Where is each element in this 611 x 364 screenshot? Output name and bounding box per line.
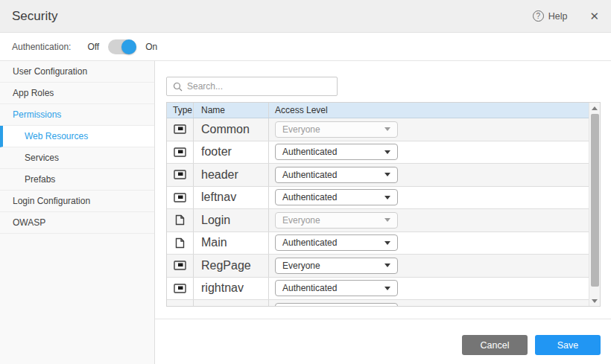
web-resources-table: Type Name Access Level Common Everyone xyxy=(166,102,601,307)
sidebar-item-label: Prefabs xyxy=(25,174,55,185)
chevron-down-icon xyxy=(384,218,390,222)
table-row: rightnav Authenticated xyxy=(167,278,589,301)
authentication-bar: Authentication: Off On xyxy=(0,33,611,61)
page-title: Security xyxy=(12,9,57,24)
chevron-down-icon xyxy=(384,127,390,131)
main-panel: Type Name Access Level Common Everyone xyxy=(155,61,611,364)
scroll-down-icon[interactable] xyxy=(589,296,600,306)
access-level-select: Everyone xyxy=(275,121,398,138)
sidebar-item-permissions[interactable]: Permissions xyxy=(0,104,154,126)
table-header-row: Type Name Access Level xyxy=(167,103,589,118)
help-label: Help xyxy=(548,11,568,22)
partial-icon xyxy=(167,164,194,186)
sidebar-item-label: Services xyxy=(25,153,59,163)
toggle-off-label: Off xyxy=(87,42,99,52)
resource-name: RegPage xyxy=(194,255,269,277)
resource-name: leftnav xyxy=(194,187,269,209)
sidebar-item-login-configuration[interactable]: Login Configuration xyxy=(0,191,154,212)
page-icon xyxy=(167,209,194,232)
table-row: Main Authenticated xyxy=(167,232,589,255)
chevron-down-icon xyxy=(384,196,390,199)
resource-name: rightnav xyxy=(194,278,269,300)
table-row-clipped xyxy=(167,300,589,307)
help-button[interactable]: ? Help xyxy=(533,10,568,22)
access-level-select[interactable]: Authenticated xyxy=(275,167,398,183)
table-row: RegPage Everyone xyxy=(167,255,589,278)
sidebar-item-user-configuration[interactable]: User Configuration xyxy=(0,61,154,83)
access-level-select[interactable]: Authenticated xyxy=(275,189,398,205)
sidebar: User Configuration App Roles Permissions… xyxy=(0,61,155,364)
sidebar-item-label: Login Configuration xyxy=(13,196,90,206)
authentication-toggle[interactable] xyxy=(108,39,136,54)
toggle-on-label: On xyxy=(145,42,157,52)
close-icon[interactable]: ✕ xyxy=(589,10,599,22)
resource-name: Login xyxy=(194,209,269,232)
sidebar-item-prefabs[interactable]: Prefabs xyxy=(0,169,154,191)
column-header-name: Name xyxy=(194,103,269,118)
access-level-select[interactable]: Everyone xyxy=(275,258,398,274)
sidebar-item-app-roles[interactable]: App Roles xyxy=(0,83,154,104)
cancel-button[interactable]: Cancel xyxy=(462,335,528,355)
page-icon xyxy=(167,232,194,255)
resource-name: Common xyxy=(194,118,269,141)
authentication-label: Authentication: xyxy=(12,42,71,52)
table-row: Login Everyone xyxy=(167,209,589,232)
sidebar-item-web-resources[interactable]: Web Resources xyxy=(0,126,154,147)
access-level-select[interactable]: Authenticated xyxy=(275,234,398,251)
save-button[interactable]: Save xyxy=(535,335,601,355)
partial-icon xyxy=(167,278,194,300)
resource-name: footer xyxy=(194,141,269,164)
partial-icon xyxy=(167,255,194,277)
sidebar-item-label: Permissions xyxy=(13,109,61,120)
chevron-down-icon xyxy=(384,264,390,267)
sidebar-item-services[interactable]: Services xyxy=(0,147,154,169)
access-level-select: Everyone xyxy=(275,212,398,229)
column-header-type: Type xyxy=(167,103,194,118)
app-header: Security ? Help ✕ xyxy=(0,0,611,33)
partial-icon xyxy=(167,187,194,209)
chevron-down-icon xyxy=(384,287,390,290)
help-icon: ? xyxy=(533,10,544,22)
table-row: Common Everyone xyxy=(167,118,589,141)
sidebar-item-label: OWASP xyxy=(13,217,45,228)
column-header-access-level: Access Level xyxy=(269,103,589,118)
table-row: header Authenticated xyxy=(167,164,589,187)
footer-actions: Cancel Save xyxy=(155,319,611,355)
sidebar-item-owasp[interactable]: OWASP xyxy=(0,212,154,234)
sidebar-item-label: App Roles xyxy=(13,88,54,98)
search-input[interactable] xyxy=(187,81,331,92)
scroll-up-icon[interactable] xyxy=(589,103,600,113)
access-level-select[interactable] xyxy=(275,303,398,307)
chevron-down-icon xyxy=(384,173,390,176)
table-row: leftnav Authenticated xyxy=(167,187,589,210)
sidebar-item-label: Web Resources xyxy=(25,131,88,141)
resource-name: Main xyxy=(194,232,269,255)
table-row: footer Authenticated xyxy=(167,141,589,165)
partial-icon xyxy=(167,141,194,164)
chevron-down-icon xyxy=(384,150,390,154)
resource-name: header xyxy=(194,164,269,186)
access-level-select[interactable]: Authenticated xyxy=(275,280,398,296)
access-level-select[interactable]: Authenticated xyxy=(275,144,398,160)
sidebar-item-label: User Configuration xyxy=(13,66,87,77)
search-icon xyxy=(173,82,183,92)
vertical-scrollbar[interactable] xyxy=(589,103,600,306)
chevron-down-icon xyxy=(384,241,390,245)
toggle-knob xyxy=(121,39,136,54)
search-box xyxy=(166,77,338,96)
scrollbar-thumb[interactable] xyxy=(591,114,599,287)
partial-icon xyxy=(167,118,194,141)
